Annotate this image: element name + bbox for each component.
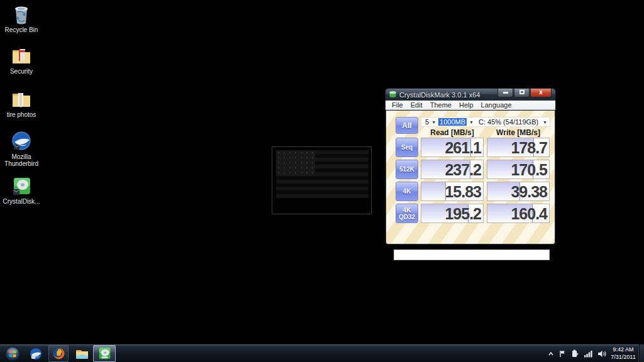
thunderbird-icon: [29, 347, 43, 361]
4k-qd32-write-score: 160.4: [487, 204, 550, 223]
desktop-icon-label: CrystalDisk...: [1, 198, 42, 205]
recycle-bin-icon: [11, 4, 32, 25]
window-title: CrystalDiskMark 3.0.1 x64: [399, 91, 480, 99]
4k-read-score: 15.83: [421, 182, 484, 201]
close-button[interactable]: x: [530, 89, 552, 97]
client-area: All 5 ▼ 1000MB ▼ C: 45% (54/119GB) ▼ Rea…: [386, 111, 555, 244]
minimize-button[interactable]: [497, 89, 513, 97]
seq-test-button[interactable]: Seq: [396, 138, 418, 157]
chevron-down-icon: ▼: [543, 120, 547, 124]
taskbar-crystaldiskmark-button[interactable]: [93, 345, 116, 362]
write-column-header: Write [MB/s]: [487, 128, 550, 137]
test-count-select[interactable]: 5 ▼: [421, 118, 438, 126]
taskbar-thunderbird-button[interactable]: [26, 345, 45, 362]
battery-plug-icon: [571, 349, 579, 358]
maximize-button[interactable]: [514, 89, 530, 97]
desktop-icon-label: Recycle Bin: [1, 26, 42, 33]
taskbar-clock[interactable]: 9:42 AM 7/31/2011: [609, 346, 638, 361]
show-hidden-icons-button[interactable]: [548, 351, 554, 356]
taskbar-firefox-button[interactable]: [48, 345, 69, 362]
menu-help[interactable]: Help: [455, 101, 477, 109]
seq-read-score: 261.1: [421, 138, 484, 157]
test-size-select[interactable]: 1000MB ▼: [438, 118, 476, 126]
menu-bar: File Edit Theme Help Language: [386, 101, 555, 110]
security-folder-icon: [11, 45, 32, 67]
taskbar: 9:42 AM 7/31/2011: [0, 344, 644, 362]
4k-qd32-read-score: 195.2: [421, 204, 484, 223]
desktop-icon-recycle-bin[interactable]: Recycle Bin: [1, 4, 42, 33]
desktop-icon-security[interactable]: Security: [1, 45, 42, 75]
chevron-down-icon: ▼: [431, 120, 436, 124]
signal-bars-icon: [584, 350, 592, 358]
menu-edit[interactable]: Edit: [407, 101, 426, 109]
system-tray: [545, 344, 609, 362]
clock-date: 7/31/2011: [609, 353, 638, 361]
title-bar[interactable]: CrystalDiskMark 3.0.1 x64 x: [386, 89, 555, 101]
desktop-icon-label: Mozilla Thunderbird: [1, 153, 42, 167]
menu-language[interactable]: Language: [477, 101, 516, 109]
speaker-icon: [597, 350, 606, 358]
test-settings-strip: 5 ▼ 1000MB ▼ C: 45% (54/119GB) ▼: [421, 117, 550, 127]
clock-time: 9:42 AM: [609, 346, 638, 353]
crystaldiskmark-icon: [11, 175, 32, 197]
volume-button[interactable]: [597, 350, 606, 358]
show-desktop-button[interactable]: [638, 344, 644, 362]
app-icon: [389, 90, 397, 99]
firefox-icon: [52, 346, 66, 361]
all-test-button[interactable]: All: [396, 117, 418, 134]
desktop[interactable]: Recycle Bin Security tire photos Mozill: [0, 0, 644, 362]
512k-read-score: 237.2: [421, 160, 484, 179]
folder-icon: [11, 89, 32, 110]
chevron-up-icon: [548, 351, 554, 356]
drive-select[interactable]: C: 45% (54/119GB) ▼: [476, 118, 550, 126]
desktop-icon-crystaldiskmark[interactable]: CrystalDisk...: [1, 175, 42, 205]
read-column-header: Read [MB/s]: [421, 128, 484, 137]
flag-wallpaper-image: [272, 146, 372, 214]
seq-write-score: 178.7: [487, 138, 550, 157]
4k-qd32-test-button[interactable]: 4K QD32: [396, 204, 418, 223]
512k-write-score: 170.5: [487, 160, 550, 179]
windows-start-orb-icon: [5, 346, 20, 361]
score-bar: [421, 182, 446, 200]
menu-theme[interactable]: Theme: [426, 101, 455, 109]
comment-input[interactable]: [394, 250, 550, 260]
flag-canton: [276, 150, 315, 176]
flag-icon: [559, 350, 566, 358]
4k-test-button[interactable]: 4K: [396, 182, 418, 201]
us-flag-graphic: [276, 150, 369, 198]
thunderbird-icon: [11, 131, 32, 152]
explorer-folder-icon: [75, 346, 89, 361]
menu-file[interactable]: File: [388, 101, 407, 109]
crystaldiskmark-window: CrystalDiskMark 3.0.1 x64 x File Edit Th…: [385, 88, 556, 245]
desktop-icon-label: tire photos: [1, 111, 42, 118]
power-button[interactable]: [571, 349, 579, 358]
chevron-down-icon: ▼: [469, 120, 474, 124]
start-button[interactable]: [4, 345, 21, 362]
desktop-icon-thunderbird[interactable]: Mozilla Thunderbird: [1, 131, 42, 167]
taskbar-explorer-button[interactable]: [72, 345, 91, 362]
4k-write-score: 39.38: [487, 182, 550, 201]
crystaldiskmark-icon: [97, 346, 112, 361]
desktop-icon-tire-photos[interactable]: tire photos: [1, 89, 42, 118]
desktop-icon-label: Security: [1, 68, 42, 75]
512k-test-button[interactable]: 512K: [396, 160, 418, 179]
network-button[interactable]: [584, 350, 592, 358]
action-center-button[interactable]: [559, 350, 566, 358]
